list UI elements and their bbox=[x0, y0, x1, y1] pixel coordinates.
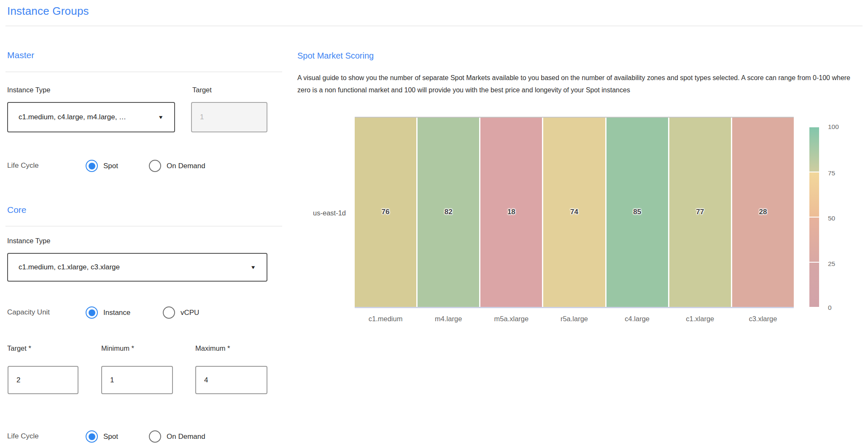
core-life-cycle-option-on-demand[interactable]: On Demand bbox=[149, 430, 205, 443]
heatmap-row-label: us-east-1d bbox=[253, 209, 346, 217]
core-life-cycle-option-spot[interactable]: Spot bbox=[86, 430, 118, 443]
core-instance-type-value: c1.medium, c1.xlarge, c3.xlarge bbox=[19, 263, 244, 271]
heatmap-column-label: m5a.xlarge bbox=[480, 315, 542, 323]
radio-icon bbox=[163, 306, 175, 319]
radio-icon bbox=[86, 430, 98, 443]
master-instance-type-label: Instance Type bbox=[7, 86, 50, 94]
chevron-down-icon: ▼ bbox=[250, 264, 256, 270]
master-life-cycle-label: Life Cycle bbox=[7, 161, 39, 170]
heatmap-column-label: c3.xlarge bbox=[732, 315, 794, 323]
chevron-down-icon: ▼ bbox=[158, 114, 164, 120]
radio-option-label: vCPU bbox=[181, 309, 199, 317]
heatmap-cell: 28 bbox=[732, 118, 794, 307]
master-life-cycle-group: Life Cycle Spot On Demand bbox=[0, 160, 295, 172]
heatmap-cell: 77 bbox=[669, 118, 731, 307]
colorbar-segment bbox=[809, 127, 819, 172]
core-maximum-input[interactable] bbox=[195, 366, 267, 394]
master-instance-type-value: c1.medium, c4.large, m4.large, … bbox=[19, 113, 152, 121]
core-capacity-unit-group: Capacity Unit Instance vCPU bbox=[0, 306, 295, 319]
heatmap-x-axis-labels: c1.mediumm4.largem5a.xlarger5a.largec4.l… bbox=[355, 315, 794, 323]
core-capacity-unit-label: Capacity Unit bbox=[7, 308, 50, 317]
master-target-input[interactable] bbox=[191, 102, 267, 132]
core-target-input[interactable] bbox=[8, 366, 78, 394]
heatmap-cell-value: 85 bbox=[607, 208, 668, 216]
heatmap-cell-value: 82 bbox=[418, 208, 479, 216]
colorbar-tick-label: 100 bbox=[828, 123, 853, 132]
heatmap-column-label: m4.large bbox=[418, 315, 479, 323]
core-target-label: Target * bbox=[7, 344, 31, 352]
core-life-cycle-group: Life Cycle Spot On Demand bbox=[0, 430, 295, 443]
heatmap-plot: 76821874857728 bbox=[355, 117, 794, 308]
heatmap-cell-value: 76 bbox=[355, 208, 416, 216]
heatmap-cell: 82 bbox=[418, 118, 479, 307]
heatmap-column-label: c4.large bbox=[607, 315, 668, 323]
core-instance-type-label: Instance Type bbox=[7, 237, 50, 245]
heatmap-cell: 18 bbox=[480, 118, 542, 307]
page-title: Instance Groups bbox=[7, 5, 89, 18]
heatmap-cell-value: 28 bbox=[732, 208, 794, 216]
colorbar-tick-label: 25 bbox=[828, 260, 853, 269]
heatmap-column-label: c1.medium bbox=[355, 315, 416, 323]
heatmap-cell: 76 bbox=[355, 118, 416, 307]
divider bbox=[5, 26, 863, 26]
core-minimum-input[interactable] bbox=[101, 366, 173, 394]
spot-market-scoring-heading: Spot Market Scoring bbox=[297, 51, 374, 61]
core-minimum-label: Minimum * bbox=[101, 344, 134, 352]
core-capacity-unit-option-vcpu[interactable]: vCPU bbox=[163, 306, 199, 319]
radio-option-label: Instance bbox=[103, 309, 130, 317]
radio-option-label: On Demand bbox=[167, 162, 205, 170]
master-life-cycle-option-on-demand[interactable]: On Demand bbox=[149, 160, 205, 172]
core-life-cycle-label: Life Cycle bbox=[7, 432, 39, 441]
radio-icon bbox=[86, 306, 98, 319]
radio-option-label: On Demand bbox=[167, 433, 205, 441]
core-instance-type-select[interactable]: c1.medium, c1.xlarge, c3.xlarge ▼ bbox=[7, 253, 267, 282]
master-instance-type-select[interactable]: c1.medium, c4.large, m4.large, … ▼ bbox=[7, 102, 175, 132]
heatmap-column-label: r5a.large bbox=[543, 315, 605, 323]
radio-option-label: Spot bbox=[103, 162, 118, 170]
radio-icon bbox=[149, 430, 161, 443]
divider bbox=[5, 72, 282, 72]
heatmap-cell: 85 bbox=[607, 118, 668, 307]
radio-icon bbox=[149, 160, 161, 172]
section-heading-core: Core bbox=[7, 205, 27, 215]
colorbar-segment bbox=[809, 218, 819, 262]
master-target-label: Target bbox=[192, 86, 212, 94]
radio-icon bbox=[86, 160, 98, 172]
heatmap-colorbar bbox=[809, 127, 819, 307]
heatmap-cell-value: 77 bbox=[669, 208, 731, 216]
core-capacity-unit-option-instance[interactable]: Instance bbox=[86, 306, 130, 319]
heatmap-column-label: c1.xlarge bbox=[669, 315, 731, 323]
heatmap-cell: 74 bbox=[543, 118, 605, 307]
radio-option-label: Spot bbox=[103, 433, 118, 441]
heatmap-cell-value: 18 bbox=[480, 208, 542, 216]
instance-groups-page: Instance Groups Master Instance Type c1.… bbox=[0, 0, 868, 446]
colorbar-tick-label: 50 bbox=[828, 215, 853, 224]
master-life-cycle-option-spot[interactable]: Spot bbox=[86, 160, 118, 172]
divider bbox=[5, 226, 282, 226]
colorbar-segment bbox=[809, 263, 819, 307]
colorbar-tick-label: 75 bbox=[828, 169, 853, 179]
core-maximum-label: Maximum * bbox=[195, 344, 230, 352]
colorbar-segment bbox=[809, 172, 819, 217]
colorbar-tick-label: 0 bbox=[828, 304, 853, 313]
spot-market-scoring-description: A visual guide to show you the number of… bbox=[297, 72, 862, 96]
heatmap-cell-value: 74 bbox=[543, 208, 605, 216]
section-heading-master: Master bbox=[7, 50, 34, 60]
